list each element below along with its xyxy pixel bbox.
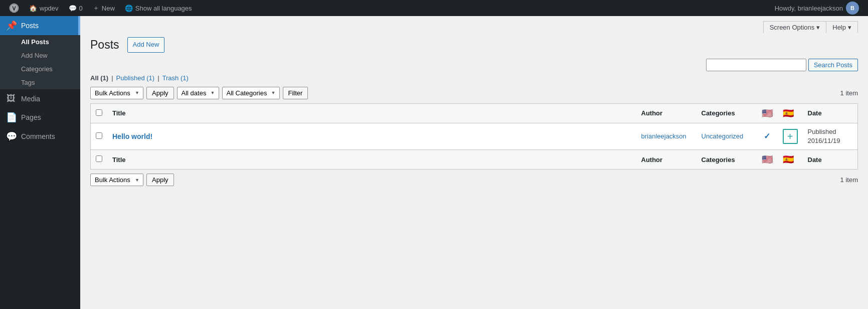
chevron-down-icon: ▾ [816, 24, 820, 31]
sidebar-item-media[interactable]: 🖼 Media [0, 89, 80, 108]
page-header: Posts Add New [90, 37, 858, 53]
new-content-button[interactable]: ＋ New [88, 0, 120, 16]
page-title: Posts [90, 38, 119, 52]
col-footer-title[interactable]: Title [107, 150, 636, 170]
categories-filter-select[interactable]: All Categories [222, 87, 280, 99]
posts-table: Title Author Categories 🇺🇸 🇪🇸 [90, 103, 858, 170]
row-date-cell: Published 2016/11/19 [803, 123, 858, 149]
table-header-row: Title Author Categories 🇺🇸 🇪🇸 [91, 103, 858, 123]
bulk-actions-wrapper-bottom: Bulk Actions [90, 174, 143, 186]
site-name-label: wpdev [40, 5, 59, 12]
row-checkbox[interactable] [96, 132, 102, 139]
tab-all[interactable]: All (1) [90, 74, 108, 82]
row-title-cell: Hello world! [107, 123, 636, 149]
category-link[interactable]: Uncategorized [702, 132, 744, 140]
col-header-lang-es: 🇪🇸 [778, 103, 803, 123]
col-footer-date[interactable]: Date [803, 150, 858, 170]
comments-button[interactable]: 💬 0 [64, 0, 88, 16]
pages-icon: 📄 [6, 112, 16, 123]
col-header-categories[interactable]: Categories [697, 103, 757, 123]
sidebar-pages-label: Pages [21, 113, 41, 121]
filter-button[interactable]: Filter [283, 87, 308, 99]
dates-filter-wrapper: All dates [177, 87, 219, 99]
filter-tabs: All (1) | Published (1) | Trash (1) [90, 74, 858, 82]
date-value: 2016/11/19 [808, 136, 853, 145]
help-button[interactable]: Help ▾ [826, 21, 858, 33]
languages-label: Show all languages [135, 5, 192, 12]
col-footer-lang-en: 🇺🇸 [757, 150, 778, 170]
tab-trash[interactable]: Trash (1) [162, 74, 189, 82]
col-footer-lang-es: 🇪🇸 [778, 150, 803, 170]
col-header-title[interactable]: Title [107, 103, 636, 123]
col-header-author[interactable]: Author [636, 103, 697, 123]
row-categories-cell: Uncategorized [697, 123, 757, 149]
flag-us-footer: 🇺🇸 [762, 154, 773, 165]
post-title-link[interactable]: Hello world! [112, 132, 152, 140]
sidebar-item-add-new[interactable]: Add New [0, 49, 80, 62]
item-count-bottom: 1 item [840, 176, 858, 184]
sidebar-item-all-posts[interactable]: All Posts [0, 35, 80, 49]
posts-icon: 📌 [6, 20, 16, 31]
comments-icon: 💬 [6, 131, 16, 142]
languages-button[interactable]: 🌐 Show all languages [120, 0, 197, 16]
flag-us-header: 🇺🇸 [762, 108, 773, 118]
flag-es-header: 🇪🇸 [783, 108, 794, 118]
bulk-actions-wrapper-top: Bulk Actions [90, 87, 143, 99]
apply-button-bottom[interactable]: Apply [146, 174, 174, 186]
search-area: Search Posts [90, 59, 858, 71]
plus-icon: ＋ [93, 4, 99, 13]
bulk-actions-select-top[interactable]: Bulk Actions [90, 87, 143, 99]
row-lang-en-cell: ✓ [757, 123, 778, 149]
tab-published[interactable]: Published (1) [116, 74, 155, 82]
translate-icon: 🌐 [125, 5, 133, 12]
new-label: New [102, 5, 115, 12]
screen-options-button[interactable]: Screen Options ▾ [763, 21, 826, 33]
search-posts-button[interactable]: Search Posts [808, 59, 858, 71]
chevron-down-icon-help: ▾ [848, 24, 851, 31]
search-input[interactable] [706, 59, 806, 71]
author-link[interactable]: brianleejackson [641, 132, 686, 140]
user-menu[interactable]: Howdy, brianleejackson B [770, 0, 864, 16]
wp-logo-button[interactable] [4, 0, 24, 16]
tablenav-top: Bulk Actions Apply All dates All Categor… [90, 87, 858, 99]
sidebar: 📌 Posts All Posts Add New Categories Tag… [0, 16, 80, 309]
select-all-checkbox-top[interactable] [96, 109, 102, 116]
lang-en-checkmark: ✓ [764, 132, 770, 140]
row-author-cell: brianleejackson [636, 123, 697, 149]
add-new-button[interactable]: Add New [127, 37, 165, 53]
tablenav-bottom: Bulk Actions Apply 1 item [90, 174, 858, 186]
col-footer-author[interactable]: Author [636, 150, 697, 170]
col-header-lang-en: 🇺🇸 [757, 103, 778, 123]
col-header-date[interactable]: Date [803, 103, 858, 123]
admin-bar: 🏠 wpdev 💬 0 ＋ New 🌐 Show all languages H… [0, 0, 868, 16]
select-all-checkbox-bottom[interactable] [96, 156, 102, 162]
flag-es-footer: 🇪🇸 [783, 154, 794, 165]
apply-button-top[interactable]: Apply [146, 87, 174, 99]
comment-icon: 💬 [69, 5, 77, 12]
table-row: Hello world! brianleejackson Uncategoriz… [91, 123, 858, 149]
screen-options-bar: Screen Options ▾ Help ▾ [90, 21, 858, 33]
sidebar-comments-label: Comments [21, 132, 55, 140]
col-header-checkbox [91, 103, 108, 123]
sidebar-item-pages[interactable]: 📄 Pages [0, 108, 80, 127]
sidebar-item-posts[interactable]: 📌 Posts [0, 16, 80, 35]
sidebar-item-tags[interactable]: Tags [0, 76, 80, 89]
dates-filter-select[interactable]: All dates [177, 87, 219, 99]
col-footer-categories[interactable]: Categories [697, 150, 757, 170]
row-lang-es-cell: + [778, 123, 803, 149]
sidebar-media-label: Media [21, 95, 40, 103]
sidebar-posts-label: Posts [21, 22, 39, 30]
comments-count: 0 [79, 5, 83, 12]
sidebar-item-categories[interactable]: Categories [0, 62, 80, 76]
add-translation-button[interactable]: + [783, 129, 798, 144]
bulk-actions-select-bottom[interactable]: Bulk Actions [90, 174, 143, 186]
table-footer-row: Title Author Categories 🇺🇸 🇪🇸 [91, 150, 858, 170]
row-checkbox-cell [91, 123, 108, 149]
sidebar-posts-submenu: All Posts Add New Categories Tags [0, 35, 80, 89]
sidebar-item-comments[interactable]: 💬 Comments [0, 127, 80, 146]
site-name-button[interactable]: 🏠 wpdev [24, 0, 64, 16]
col-footer-checkbox [91, 150, 108, 170]
media-icon: 🖼 [6, 93, 16, 104]
howdy-text: Howdy, brianleejackson [775, 5, 843, 12]
home-icon: 🏠 [29, 5, 37, 12]
